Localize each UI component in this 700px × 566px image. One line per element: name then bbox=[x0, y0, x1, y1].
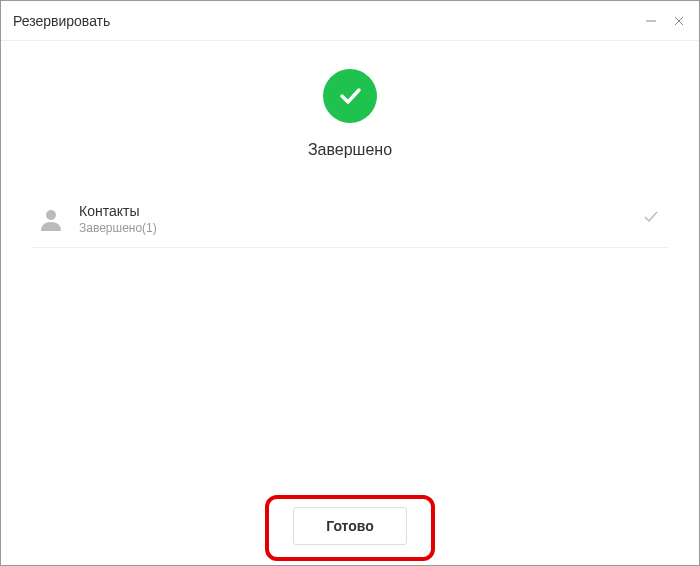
contacts-icon bbox=[31, 205, 71, 233]
item-title: Контакты bbox=[79, 203, 641, 219]
close-button[interactable] bbox=[671, 13, 687, 29]
status-text: Завершено bbox=[308, 141, 392, 159]
item-subtitle: Завершено(1) bbox=[79, 221, 641, 235]
item-text: Контакты Завершено(1) bbox=[71, 203, 641, 235]
titlebar: Резервировать bbox=[1, 1, 699, 41]
item-status-icon bbox=[641, 207, 669, 231]
success-icon bbox=[323, 69, 377, 123]
list-item: Контакты Завершено(1) bbox=[31, 191, 669, 248]
backup-window: Резервировать Завершено bbox=[0, 0, 700, 566]
checkmark-icon bbox=[335, 81, 365, 111]
close-icon bbox=[672, 14, 686, 28]
checkmark-icon bbox=[641, 207, 661, 227]
done-button[interactable]: Готово bbox=[293, 507, 407, 545]
content-area: Завершено Контакты Завершено(1) bbox=[1, 41, 699, 487]
minimize-button[interactable] bbox=[643, 13, 659, 29]
person-icon bbox=[37, 205, 65, 233]
footer: Готово bbox=[1, 487, 699, 565]
svg-point-3 bbox=[46, 210, 56, 220]
minimize-icon bbox=[644, 14, 658, 28]
window-controls bbox=[643, 13, 687, 29]
window-title: Резервировать bbox=[13, 13, 643, 29]
